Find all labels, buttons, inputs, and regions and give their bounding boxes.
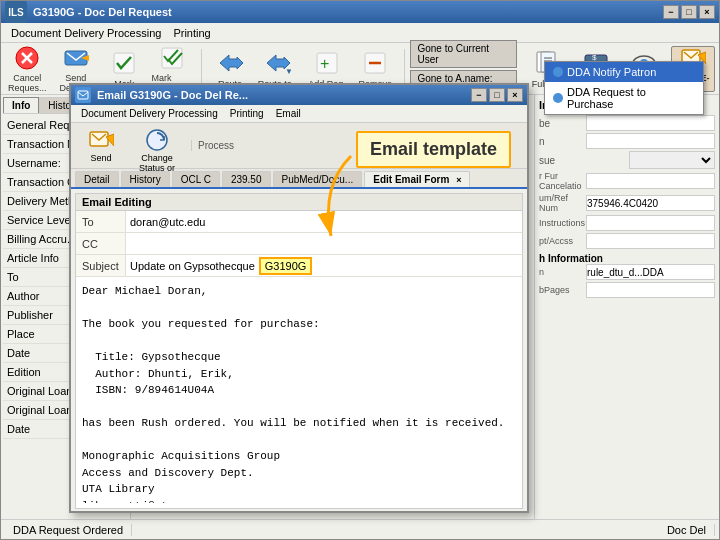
email-body[interactable]: Dear Michael Doran, The book you request…: [76, 277, 522, 503]
right-label-sue: sue: [539, 155, 629, 166]
email-to-row: To: [76, 211, 522, 233]
right-label-access: pt/Accss: [539, 236, 586, 246]
svg-rect-27: [78, 91, 88, 99]
right-field-n[interactable]: [586, 133, 715, 149]
right-field-be[interactable]: [586, 115, 715, 131]
to-input[interactable]: [126, 211, 522, 232]
main-menu-bar: Document Delivery Processing Printing: [1, 23, 719, 43]
main-window-title: G3190G - Doc Del Request: [33, 6, 172, 18]
svg-marker-7: [220, 55, 243, 71]
menu-printing[interactable]: Printing: [167, 25, 216, 41]
subject-container: Update on Gypsothecque G3190G: [126, 257, 522, 275]
email-close-button[interactable]: ×: [507, 88, 523, 102]
maximize-button[interactable]: □: [681, 5, 697, 19]
right-field-cancel[interactable]: [586, 173, 715, 189]
tab-history-email[interactable]: History: [121, 171, 170, 187]
svg-text:▼: ▼: [285, 67, 291, 76]
main-window: ILS G3190G - Doc Del Request − □ × Docum…: [0, 0, 720, 540]
add-req-icon: +: [313, 49, 341, 77]
dropdown-item-purchase[interactable]: DDA Request to Purchase: [545, 82, 703, 114]
gone-current-user-button[interactable]: Gone to Current User: [410, 40, 517, 68]
right-field-instr[interactable]: [586, 215, 715, 231]
email-window-controls: − □ ×: [471, 88, 523, 102]
email-title-bar: Email G3190G - Doc Del Re... − □ ×: [71, 85, 527, 105]
process-label: Process: [191, 140, 234, 151]
edit-email-tab-label: Edit Email Form: [373, 174, 449, 185]
subject-highlight: G3190G: [259, 257, 313, 275]
right-label-cancel: r Fur Cancelatio: [539, 171, 586, 191]
mark-icon: [110, 49, 138, 77]
email-toolbar: Send Change Status or Send Process: [71, 123, 527, 169]
edit-email-tab-close[interactable]: ×: [456, 175, 461, 185]
change-status-button[interactable]: Change Status or Send: [131, 126, 183, 166]
right-label-instr: Instructions: [539, 218, 586, 228]
main-window-controls: − □ ×: [663, 5, 715, 19]
right-label-n: n: [539, 136, 586, 147]
status-left: DDA Request Ordered: [5, 524, 132, 536]
right-field-access[interactable]: [586, 233, 715, 249]
change-status-icon: [144, 127, 170, 153]
tab-oclc[interactable]: OCL C: [172, 171, 220, 187]
email-window-logo: [75, 87, 91, 103]
to-label: To: [76, 211, 126, 232]
email-send-button[interactable]: Send: [75, 126, 127, 166]
right-select-sue[interactable]: [629, 151, 715, 169]
dropdown-menu: DDA Notify Patron DDA Request to Purchas…: [544, 61, 704, 115]
right-label-pages: bPages: [539, 285, 586, 295]
mark-full-icon: [159, 45, 187, 71]
menu-doc-delivery[interactable]: Document Delivery Processing: [5, 25, 167, 41]
email-cc-row: CC: [76, 233, 522, 255]
svg-text:+: +: [320, 55, 329, 72]
email-subject-row: Subject Update on Gypsothecque G3190G: [76, 255, 522, 277]
close-button[interactable]: ×: [699, 5, 715, 19]
notify-icon: [553, 67, 563, 77]
email-tab-strip: Detail History OCL C 239.50 PubMed/Docu.…: [71, 169, 527, 189]
tab-pubmed[interactable]: PubMed/Docu...: [273, 171, 363, 187]
email-window-title: Email G3190G - Doc Del Re...: [97, 89, 248, 101]
email-maximize-button[interactable]: □: [489, 88, 505, 102]
subject-label: Subject: [76, 255, 126, 276]
status-right: Doc Del: [659, 524, 715, 536]
cancel-request-label: CancelReques...: [8, 73, 47, 93]
tab-edit-email[interactable]: Edit Email Form ×: [364, 171, 470, 187]
right-label-rule: n: [539, 267, 586, 277]
email-menu-email[interactable]: Email: [270, 107, 307, 120]
email-send-icon: [88, 127, 114, 153]
main-title-bar: ILS G3190G - Doc Del Request − □ ×: [1, 1, 719, 23]
cc-label: CC: [76, 233, 126, 254]
right-field-rule[interactable]: [586, 264, 715, 280]
purchase-icon: [553, 93, 563, 103]
route-icon: [216, 49, 244, 77]
dropdown-item-notify[interactable]: DDA Notify Patron: [545, 62, 703, 82]
app-logo: ILS: [5, 1, 27, 23]
email-editing-header: Email Editing: [76, 194, 522, 211]
email-minimize-button[interactable]: −: [471, 88, 487, 102]
dropdown-notify-label: DDA Notify Patron: [567, 66, 656, 78]
right-label-refnum: um/Ref Num: [539, 193, 586, 213]
remove-icon: [361, 49, 389, 77]
email-send-label: Send: [90, 153, 111, 163]
right-label-be: be: [539, 118, 586, 129]
email-menu-doc[interactable]: Document Delivery Processing: [75, 107, 224, 120]
tab-z3950[interactable]: 239.50: [222, 171, 271, 187]
right-field-pages[interactable]: [586, 282, 715, 298]
email-editing-area: Email Editing To CC Subject Update on Gy…: [75, 193, 523, 509]
cc-input[interactable]: [126, 233, 522, 254]
cancel-request-button[interactable]: CancelReques...: [5, 46, 49, 92]
tab-info[interactable]: Info: [3, 97, 39, 113]
email-window: Email G3190G - Doc Del Re... − □ × Docum…: [69, 83, 529, 513]
minimize-button[interactable]: −: [663, 5, 679, 19]
email-menu-print[interactable]: Printing: [224, 107, 270, 120]
right-info-header: h Information: [539, 253, 715, 264]
dropdown-purchase-label: DDA Request to Purchase: [567, 86, 695, 110]
tab-detail[interactable]: Detail: [75, 171, 119, 187]
right-field-refnum[interactable]: [586, 195, 715, 211]
email-menu-bar: Document Delivery Processing Printing Em…: [71, 105, 527, 123]
status-bar: DDA Request Ordered Doc Del: [1, 519, 719, 539]
cancel-icon: [13, 45, 41, 71]
send-delivery-icon: [62, 45, 90, 71]
route-to-icon: ▼: [264, 49, 292, 77]
subject-text: Update on Gypsothecque: [130, 260, 255, 272]
